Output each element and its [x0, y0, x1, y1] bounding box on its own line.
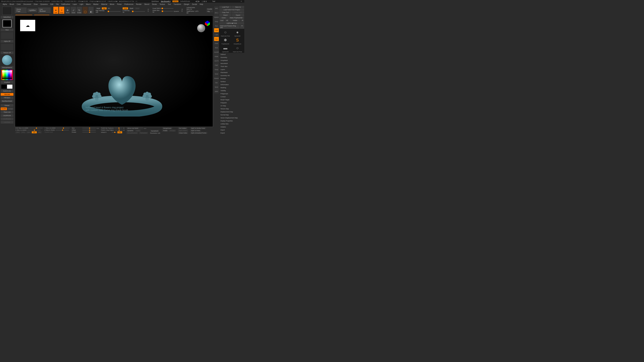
lazy-step[interactable]: LazyStep: [1, 121, 14, 124]
subpalette-fibermesh[interactable]: FiberMesh: [219, 71, 244, 74]
flip-btn[interactable]: Flip: [206, 11, 213, 13]
tool-item-2[interactable]: ✱PolyMesh3D: [220, 37, 231, 45]
make-polymesh[interactable]: Make PolyMesh3D: [228, 17, 244, 19]
tool-item-0[interactable]: ○Heart and Flow: [220, 29, 231, 37]
goz-btn[interactable]: GoZ: [219, 19, 224, 22]
rail-solo[interactable]: Solo: [214, 81, 219, 85]
menu-material[interactable]: Material: [101, 3, 107, 5]
rail-ghost[interactable]: Ghost: [214, 72, 219, 76]
save-as[interactable]: Save As: [232, 6, 244, 8]
subpalette-preview[interactable]: Preview: [219, 77, 244, 80]
menu-edit[interactable]: Edit: [50, 3, 53, 5]
tool-r[interactable]: R: [240, 25, 244, 29]
rail-frame[interactable]: Frame: [214, 41, 219, 45]
nav-sphere[interactable]: [197, 24, 205, 32]
tool-name[interactable]: Heart and Flowers Ring 18m: [219, 25, 240, 29]
focal-shift-slider[interactable]: Focal Shift 0: [152, 8, 161, 9]
quicksave-button[interactable]: QuickSave: [152, 1, 159, 2]
extract-button[interactable]: Extract: [1, 104, 14, 107]
home-page-tab[interactable]: Home Page: [15, 8, 27, 13]
apply-btn[interactable]: Apply: [135, 130, 141, 132]
lazy-mouse[interactable]: LazyMouse: [1, 114, 14, 117]
split-hidden[interactable]: Split Hidden: [178, 130, 188, 132]
smooth-subdiv[interactable]: SmoothSubdiv: [126, 132, 138, 134]
menu-layer[interactable]: Layer: [73, 3, 77, 5]
lightbox-tab[interactable]: LightBox: [27, 9, 37, 12]
alternate-toggle[interactable]: Alternate: [1, 93, 14, 96]
rail-lsym[interactable]: L.Sym: [214, 33, 219, 37]
default-zscript[interactable]: DefaultZScript: [180, 1, 190, 2]
load-tools-project[interactable]: Load Tools From Project: [219, 9, 244, 11]
zsub-toggle[interactable]: Zsub: [129, 8, 134, 10]
switch-color[interactable]: SwitchColor: [1, 90, 14, 92]
dynamic-btn[interactable]: Dynamic: [126, 130, 134, 132]
size-slider[interactable]: Size: [72, 127, 82, 129]
texture-off[interactable]: Texture Off: [1, 51, 14, 54]
subpalette-masking[interactable]: Masking: [219, 86, 244, 89]
axis-z[interactable]: >Z<: [26, 131, 31, 133]
rail-move[interactable]: Move: [214, 46, 219, 50]
rail-xpose[interactable]: Xpose: [214, 85, 219, 89]
subpalette-display-properties[interactable]: Display Properties: [219, 119, 244, 122]
menu-picker[interactable]: Picker: [117, 3, 122, 5]
rail-dynamic[interactable]: Dynamic: [214, 76, 219, 80]
subpalette-deformation[interactable]: Deformation: [219, 83, 244, 86]
rail-setdir[interactable]: SetDir: [214, 89, 219, 93]
goz-r[interactable]: R: [241, 19, 244, 22]
subpalette-surface[interactable]: Surface: [219, 80, 244, 83]
subpalette-geometry-hd[interactable]: Geometry HD: [219, 74, 244, 77]
subpalette-polypaint[interactable]: Polypaint: [219, 101, 244, 104]
menu-movie[interactable]: Movie: [110, 3, 114, 5]
mirror-weld[interactable]: Mirror And Weld: [126, 127, 143, 129]
menu-tool[interactable]: Tool: [168, 3, 171, 5]
x-size-slider[interactable]: X Size 21.92683: [16, 129, 26, 131]
live-boolean-tab[interactable]: Live Boolean: [38, 8, 51, 13]
radial-count[interactable]: RadialCount: [45, 131, 55, 133]
menu-help[interactable]: Help: [200, 3, 203, 5]
scale-mode[interactable]: ⤢Scale: [71, 7, 76, 14]
menu-document[interactable]: Document: [24, 3, 31, 5]
rail-rotate[interactable]: Rotate: [214, 54, 219, 59]
subpalette-nanomesh[interactable]: NanoMesh: [219, 62, 244, 65]
rail-floor[interactable]: Floor: [214, 24, 219, 28]
subpalette-import[interactable]: Import: [219, 128, 244, 132]
split-similar[interactable]: Split To Similar Parts: [190, 127, 206, 129]
material-thumb[interactable]: [2, 55, 12, 65]
color-picker[interactable]: [1, 70, 13, 80]
menu-transform[interactable]: Transform: [174, 3, 181, 5]
menu-stencil[interactable]: Stencil: [144, 3, 149, 5]
subpalette-initialize[interactable]: Initialize: [219, 125, 244, 128]
polish-btn[interactable]: Polish: [162, 130, 168, 132]
menu-marker[interactable]: Marker: [93, 3, 98, 5]
axis-r[interactable]: (R): [38, 131, 42, 133]
edit-mode[interactable]: ✦Edit: [53, 7, 58, 14]
subpalette-displacement-map[interactable]: Displacement Map: [219, 110, 244, 113]
gizmo-button[interactable]: ◯: [82, 7, 88, 14]
load-tool[interactable]: Load Tool: [219, 6, 232, 8]
subpalette-geometry[interactable]: Geometry: [219, 56, 244, 59]
subpalette-texture-map[interactable]: Texture Map: [219, 107, 244, 110]
axis-x[interactable]: >X<: [16, 131, 20, 133]
menu-texture[interactable]: Texture: [160, 3, 165, 5]
rgb-toggle[interactable]: Rgb: [102, 8, 107, 10]
subpalette-contact[interactable]: Contact: [219, 95, 244, 98]
menu-katbrushes[interactable]: KatBrushes: [62, 3, 70, 5]
menu-brush[interactable]: Brush: [10, 3, 14, 5]
draw-size-slider[interactable]: Draw Size 64: [152, 10, 161, 13]
move-mode[interactable]: ✥Move: [65, 7, 70, 14]
rail-linefill[interactable]: Line Fill: [214, 59, 219, 63]
swatch-primary[interactable]: [7, 85, 12, 89]
imbed-slider[interactable]: Imbed 0: [101, 132, 111, 133]
subpalette-morph-target[interactable]: Morph Target: [219, 98, 244, 101]
del-hidden[interactable]: Del Hidden: [178, 127, 188, 129]
rotate-slider[interactable]: Rotate: [72, 131, 82, 133]
rotate-mode[interactable]: ↻Rotate: [77, 7, 82, 14]
inflate-slider[interactable]: Inflate: [72, 129, 82, 131]
lazy-radius[interactable]: LazyRadius: [1, 118, 14, 120]
menu-stroke[interactable]: Stroke: [152, 3, 157, 5]
menu-file[interactable]: File: [56, 3, 59, 5]
z-intensity-slider[interactable]: Z Intensity 25: [123, 10, 132, 13]
subpalette-subtool[interactable]: Subtool: [219, 53, 244, 56]
double-btn[interactable]: Double: [206, 8, 213, 10]
axis-y[interactable]: >Y<: [21, 131, 26, 133]
